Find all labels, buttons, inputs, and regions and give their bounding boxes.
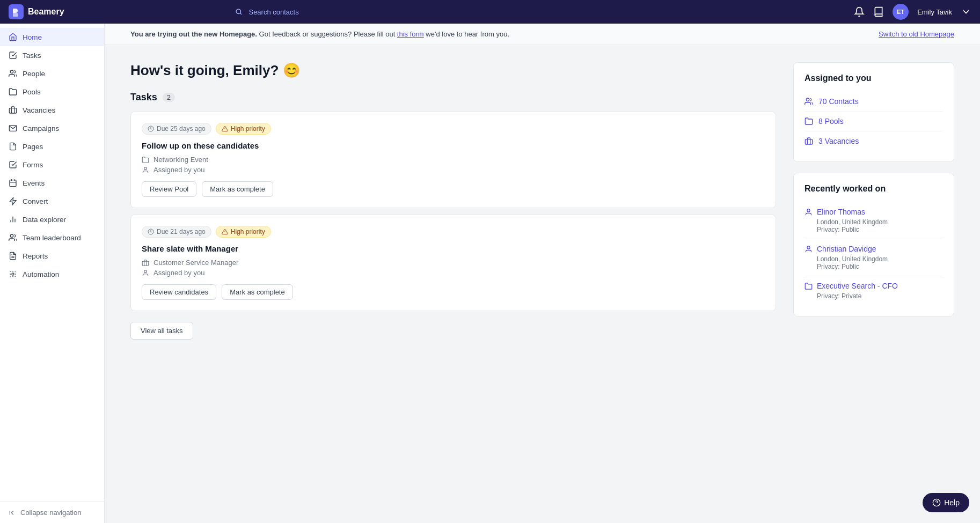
sidebar-item-reports[interactable]: Reports	[0, 247, 104, 265]
sidebar-item-pages[interactable]: Pages	[0, 137, 104, 156]
svg-point-1	[10, 70, 13, 73]
sidebar-item-campaigns[interactable]: Campaigns	[0, 119, 104, 137]
task-1-assigned-row: Assigned by you	[142, 166, 765, 174]
sidebar-item-team-leaderboard[interactable]: Team leaderboard	[0, 229, 104, 247]
sidebar-label-pages: Pages	[23, 143, 43, 151]
reports-icon	[9, 252, 17, 260]
forms-icon	[9, 160, 17, 169]
sidebar-item-forms[interactable]: Forms	[0, 156, 104, 174]
switch-homepage-link[interactable]: Switch to old Homepage	[879, 30, 954, 38]
events-icon	[9, 179, 17, 187]
banner-form-link[interactable]: this form	[397, 30, 424, 38]
task-1-meta: Due 25 days ago High priority	[142, 123, 765, 135]
sidebar-item-data-explorer[interactable]: Data explorer	[0, 210, 104, 229]
assigned-contacts-item[interactable]: 70 Contacts	[805, 92, 943, 112]
assigned-pools-link[interactable]: 8 Pools	[818, 117, 844, 126]
task-1-btn1[interactable]: Review Pool	[142, 181, 196, 197]
app-body: Home Tasks People	[0, 24, 980, 523]
sidebar-label-people: People	[23, 70, 45, 78]
book-icon[interactable]	[873, 6, 884, 17]
sidebar-label-reports: Reports	[23, 252, 48, 260]
clock-icon	[148, 126, 154, 132]
collapse-navigation-button[interactable]: Collapse navigation	[0, 502, 104, 523]
search-input[interactable]	[229, 5, 530, 19]
task-1-actions: Review Pool Mark as complete	[142, 181, 765, 197]
task-1-priority: High priority	[216, 123, 271, 135]
sidebar-item-pools[interactable]: Pools	[0, 83, 104, 101]
task-2-assigned-row: Assigned by you	[142, 269, 765, 277]
sidebar-item-home[interactable]: Home	[0, 28, 104, 46]
sidebar-item-automation[interactable]: Automation	[0, 265, 104, 283]
topnav: Beamery ET Emily Tavik	[0, 0, 980, 24]
data-icon	[9, 215, 17, 224]
recently-location-1: London, United Kingdom	[805, 255, 943, 263]
sidebar-label-home: Home	[23, 33, 42, 41]
recently-privacy-0: Privacy: Public	[805, 226, 943, 233]
bell-icon[interactable]	[854, 6, 865, 17]
automation-icon	[9, 270, 17, 278]
assigned-vacancies-link[interactable]: 3 Vacancies	[818, 137, 859, 145]
task-2-btn2[interactable]: Mark as complete	[222, 284, 293, 300]
task-2-btn1[interactable]: Review candidates	[142, 284, 216, 300]
task-card-1: Due 25 days ago High priority Follow up …	[130, 112, 776, 208]
logo-text: Beamery	[28, 7, 64, 17]
recently-name-2[interactable]: Executive Search - CFO	[817, 282, 898, 290]
recently-name-0[interactable]: Elinor Thomas	[817, 208, 865, 216]
pool-icon-recent	[805, 282, 813, 290]
vacancies-icon	[9, 106, 17, 114]
sidebar-item-vacancies[interactable]: Vacancies	[0, 101, 104, 119]
sidebar-item-tasks[interactable]: Tasks	[0, 46, 104, 64]
task-1-btn2[interactable]: Mark as complete	[202, 181, 273, 197]
page-inner: How's it going, Emily? 😊 Tasks 2	[105, 45, 980, 357]
recently-privacy-2: Privacy: Private	[805, 292, 943, 300]
user-menu-chevron[interactable]	[961, 6, 971, 17]
task-2-actions: Review candidates Mark as complete	[142, 284, 765, 300]
warning-icon-2	[222, 229, 228, 235]
sidebar-label-events: Events	[23, 179, 45, 187]
recently-panel-title: Recently worked on	[805, 184, 943, 194]
svg-rect-26	[805, 139, 812, 144]
task-2-priority: High priority	[216, 226, 271, 238]
logo[interactable]: Beamery	[9, 4, 64, 19]
assigned-panel: Assigned to you 70 Contacts	[793, 62, 954, 162]
page-title: How's it going, Emily? 😊	[130, 62, 776, 79]
sidebar-label-tasks: Tasks	[23, 51, 41, 60]
task-card-2: Due 21 days ago High priority Share slat…	[130, 215, 776, 311]
svg-point-19	[144, 167, 147, 170]
avatar[interactable]: ET	[893, 4, 909, 20]
banner: You are trying out the new Homepage. Got…	[105, 24, 980, 45]
sidebar: Home Tasks People	[0, 24, 105, 523]
assigned-vacancies-icon	[805, 137, 813, 145]
help-button[interactable]: Help	[923, 493, 969, 512]
assigned-pools-item[interactable]: 8 Pools	[805, 112, 943, 131]
person-icon-1	[805, 245, 813, 253]
tasks-section-title: Tasks	[130, 92, 157, 103]
recently-name-1[interactable]: Christian Davidge	[817, 245, 876, 253]
page-right: Assigned to you 70 Contacts	[793, 62, 954, 340]
main-content: You are trying out the new Homepage. Got…	[105, 24, 980, 523]
recently-item-0: Elinor Thomas London, United Kingdom Pri…	[805, 202, 943, 239]
people-icon	[9, 69, 17, 78]
sidebar-item-events[interactable]: Events	[0, 174, 104, 192]
help-label: Help	[944, 498, 960, 507]
assigned-vacancies-item[interactable]: 3 Vacancies	[805, 131, 943, 151]
task-1-title: Follow up on these candidates	[142, 141, 765, 150]
person-icon-0	[805, 208, 813, 216]
assigned-contacts-link[interactable]: 70 Contacts	[818, 97, 859, 106]
recently-item-2: Executive Search - CFO Privacy: Private	[805, 276, 943, 305]
clock-icon-2	[148, 229, 154, 235]
task-2-due: Due 21 days ago	[142, 226, 211, 238]
recently-item-1: Christian Davidge London, United Kingdom…	[805, 239, 943, 276]
view-all-tasks-button[interactable]: View all tasks	[130, 322, 193, 340]
assigned-icon-2	[142, 269, 149, 277]
sidebar-item-convert[interactable]: Convert	[0, 192, 104, 210]
tasks-icon	[9, 51, 17, 60]
sidebar-label-vacancies: Vacancies	[23, 106, 55, 114]
sidebar-nav: Home Tasks People	[0, 24, 104, 502]
pools-icon	[9, 87, 17, 96]
task-2-title: Share slate with Manager	[142, 244, 765, 253]
sidebar-item-people[interactable]: People	[0, 64, 104, 83]
topnav-right: ET Emily Tavik	[854, 4, 971, 20]
vacancy-icon	[142, 259, 149, 267]
assigned-icon	[142, 166, 149, 174]
